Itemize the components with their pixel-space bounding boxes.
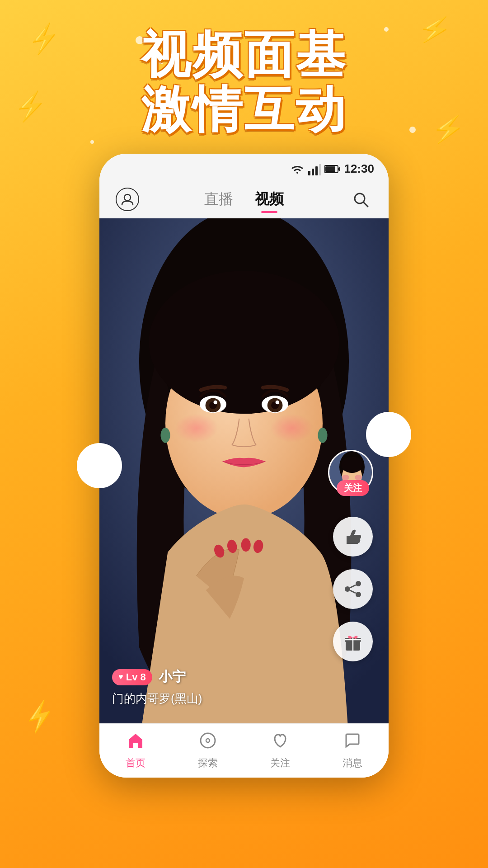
user-info-overlay: ♥ Lv 8 小宁 门的内哥罗(黑山) <box>112 668 202 707</box>
avatar-container: 关注 <box>328 450 378 495</box>
svg-point-22 <box>276 401 279 404</box>
action-buttons: 关注 <box>328 450 378 661</box>
svg-point-45 <box>206 739 210 742</box>
side-circle-left <box>77 443 122 488</box>
like-button[interactable] <box>333 517 373 557</box>
svg-rect-6 <box>338 167 340 171</box>
app-nav-bar: 直播 视频 <box>99 180 389 218</box>
hero-title-line2: 激情互动 <box>0 82 488 137</box>
status-icons: 12:30 <box>290 162 375 176</box>
phone-mockup: 12:30 直播 视频 <box>99 154 389 778</box>
hero-title-line1: 视频面基 <box>0 27 488 82</box>
svg-point-34 <box>341 457 363 473</box>
side-circle-right <box>366 412 411 457</box>
svg-rect-0 <box>308 171 310 175</box>
follow-icon <box>271 731 289 754</box>
bottom-nav-messages[interactable]: 消息 <box>343 731 362 770</box>
bottom-nav-explore[interactable]: 探索 <box>198 731 218 770</box>
search-button[interactable] <box>349 188 372 211</box>
svg-point-26 <box>318 428 327 443</box>
follow-label: 关注 <box>270 756 290 770</box>
bottom-navigation: 首页 探索 关注 <box>99 723 389 778</box>
follow-badge[interactable]: 关注 <box>337 480 369 496</box>
user-subtitle: 门的内哥罗(黑山) <box>112 691 202 707</box>
share-button[interactable] <box>333 569 373 609</box>
svg-line-40 <box>350 585 356 588</box>
svg-point-24 <box>270 414 313 442</box>
home-icon <box>127 731 145 754</box>
level-text: Lv 8 <box>126 671 146 683</box>
svg-rect-2 <box>315 166 318 175</box>
status-time: 12:30 <box>344 162 375 176</box>
svg-point-18 <box>214 401 217 404</box>
svg-point-25 <box>160 428 170 443</box>
svg-point-7 <box>124 194 131 201</box>
lightning-icon-5: ⚡ <box>19 697 60 736</box>
svg-point-38 <box>345 586 350 592</box>
home-label: 首页 <box>126 756 145 770</box>
profile-icon-button[interactable] <box>116 188 139 211</box>
tab-video[interactable]: 视频 <box>255 189 284 209</box>
svg-point-23 <box>175 414 218 442</box>
svg-point-35 <box>342 475 349 480</box>
svg-line-9 <box>363 202 368 207</box>
heart-icon: ♥ <box>118 672 123 682</box>
explore-label: 探索 <box>198 756 218 770</box>
battery-icon <box>324 164 341 174</box>
svg-point-44 <box>201 733 215 748</box>
add-gift-button[interactable] <box>333 622 373 661</box>
username: 小宁 <box>159 668 186 686</box>
tab-live[interactable]: 直播 <box>204 189 233 209</box>
signal-icon <box>308 163 321 175</box>
phone-screen: 12:30 直播 视频 <box>99 154 389 778</box>
svg-point-14 <box>149 271 339 414</box>
level-badge: ♥ Lv 8 <box>112 669 152 685</box>
svg-point-37 <box>356 581 361 586</box>
svg-point-36 <box>355 475 362 480</box>
messages-icon <box>343 731 361 754</box>
hero-title-area: 视频面基 激情互动 <box>0 27 488 137</box>
svg-rect-1 <box>312 169 314 175</box>
dot-decoration-5 <box>90 140 94 144</box>
nav-tabs: 直播 视频 <box>204 189 284 209</box>
messages-label: 消息 <box>343 756 362 770</box>
svg-point-39 <box>356 592 361 597</box>
svg-rect-3 <box>319 164 321 175</box>
video-content-area[interactable]: ♥ Lv 8 小宁 门的内哥罗(黑山) <box>99 218 389 743</box>
svg-rect-5 <box>325 166 335 172</box>
svg-point-29 <box>241 538 251 552</box>
svg-line-41 <box>350 590 356 593</box>
bottom-nav-home[interactable]: 首页 <box>126 731 145 770</box>
bottom-nav-follow[interactable]: 关注 <box>270 731 290 770</box>
status-bar: 12:30 <box>99 154 389 180</box>
user-badge-row: ♥ Lv 8 小宁 <box>112 668 202 686</box>
explore-icon <box>199 731 217 754</box>
wifi-icon <box>290 163 305 175</box>
